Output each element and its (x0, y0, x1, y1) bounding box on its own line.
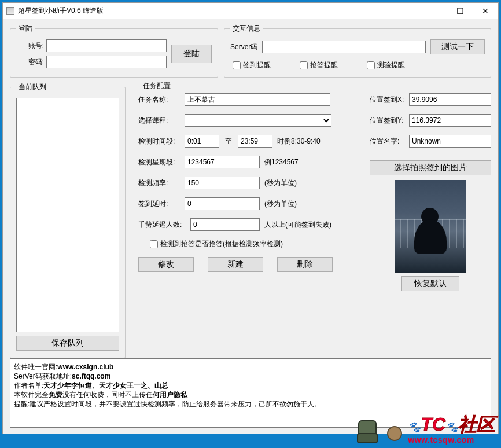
quiz-reminder-checkbox[interactable] (300, 61, 308, 69)
photo-preview (395, 180, 466, 273)
window-title: 超星签到小助手V0.6 缔造版 (18, 6, 422, 16)
watermark-url: www.tcsqw.com (408, 435, 474, 445)
task-name-input[interactable] (185, 93, 330, 106)
delay-input[interactable] (185, 197, 260, 210)
queue-group: 当前队列 保存队列 (10, 82, 126, 358)
modify-button[interactable]: 修改 (138, 257, 194, 272)
task-legend: 任务配置 (141, 81, 173, 91)
interaction-group: 交互信息 Server码 测试一下 签到提醒 抢答提醒 (224, 24, 491, 78)
interaction-legend: 交互信息 (230, 24, 263, 34)
gesture-input[interactable] (190, 218, 260, 231)
signin-reminder-check[interactable]: 签到提醒 (233, 60, 271, 70)
delete-button[interactable]: 删除 (277, 257, 333, 272)
robot-icon (352, 416, 381, 445)
save-queue-button[interactable]: 保存队列 (16, 336, 119, 351)
delay-hint: (秒为单位) (264, 199, 297, 209)
freq-input[interactable] (185, 177, 260, 189)
queue-list[interactable] (16, 98, 119, 332)
week-hint: 例1234567 (264, 157, 299, 167)
time-to-input[interactable] (238, 135, 272, 148)
quiz-detect-check[interactable]: 检测到抢答是否抢答(根据检测频率检测) (150, 239, 283, 249)
loc-x-label: 位置签到X: (370, 95, 409, 105)
signin-reminder-checkbox[interactable] (233, 61, 241, 69)
loc-name-label: 位置名字: (370, 137, 409, 146)
restore-default-button[interactable]: 恢复默认 (401, 276, 459, 291)
freq-label: 检测频率: (138, 178, 185, 188)
pick-photo-button[interactable]: 选择拍照签到的图片 (370, 160, 491, 175)
test-reminder-checkbox[interactable] (367, 61, 375, 69)
content-area: 登陆 账号: 密码: 登陆 交互信 (3, 19, 498, 434)
task-name-label: 任务名称: (138, 95, 185, 105)
window-controls: — ☐ ✕ (422, 3, 498, 19)
password-label: 密码: (16, 57, 44, 67)
gesture-label: 手势延迟人数: (138, 220, 190, 230)
quiz-detect-checkbox[interactable] (150, 240, 158, 248)
course-select[interactable] (185, 114, 331, 127)
time-to-label: 至 (225, 137, 232, 146)
titlebar: 超星签到小助手V0.6 缔造版 — ☐ ✕ (3, 3, 498, 19)
week-label: 检测星期段: (138, 157, 185, 167)
login-button[interactable]: 登陆 (171, 45, 212, 63)
app-window: 超星签到小助手V0.6 缔造版 — ☐ ✕ 登陆 账号: 密码: (2, 2, 499, 434)
gesture-hint: 人以上(可能签到失败) (264, 220, 331, 230)
loc-y-label: 位置签到Y: (370, 116, 409, 126)
login-group: 登陆 账号: 密码: 登陆 (10, 24, 218, 78)
account-label: 账号: (16, 41, 44, 51)
app-icon (6, 7, 14, 15)
time-from-input[interactable] (185, 135, 219, 148)
new-button[interactable]: 新建 (208, 257, 263, 272)
watermark: 🐾TC🐾社区 www.tcsqw.com (352, 416, 495, 445)
quiz-reminder-check[interactable]: 抢答提醒 (300, 60, 338, 70)
maximize-button[interactable]: ☐ (447, 3, 473, 19)
account-input[interactable] (46, 39, 167, 52)
password-input[interactable] (46, 56, 167, 68)
close-button[interactable]: ✕ (473, 3, 498, 19)
time-range-label: 检测时间段: (138, 137, 185, 146)
cat-icon (384, 423, 406, 445)
delay-label: 签到延时: (138, 199, 185, 209)
test-button[interactable]: 测试一下 (430, 39, 485, 54)
login-legend: 登陆 (16, 24, 35, 34)
queue-legend: 当前队列 (16, 82, 49, 92)
loc-y-input[interactable] (409, 114, 491, 127)
loc-x-input[interactable] (409, 93, 491, 106)
loc-name-input[interactable] (409, 135, 491, 148)
server-label: Server码 (230, 42, 257, 52)
week-input[interactable] (185, 156, 260, 168)
minimize-button[interactable]: — (422, 3, 447, 19)
time-hint: 时例8:30-9:40 (277, 137, 321, 146)
task-group: 任务配置 任务名称: 选择课程: 检测时间段: (131, 82, 491, 358)
watermark-brand: 🐾TC🐾社区 (408, 416, 495, 435)
server-input[interactable] (262, 41, 426, 53)
test-reminder-check[interactable]: 测验提醒 (367, 60, 405, 70)
freq-hint: (秒为单位) (264, 178, 297, 188)
course-label: 选择课程: (138, 116, 185, 126)
